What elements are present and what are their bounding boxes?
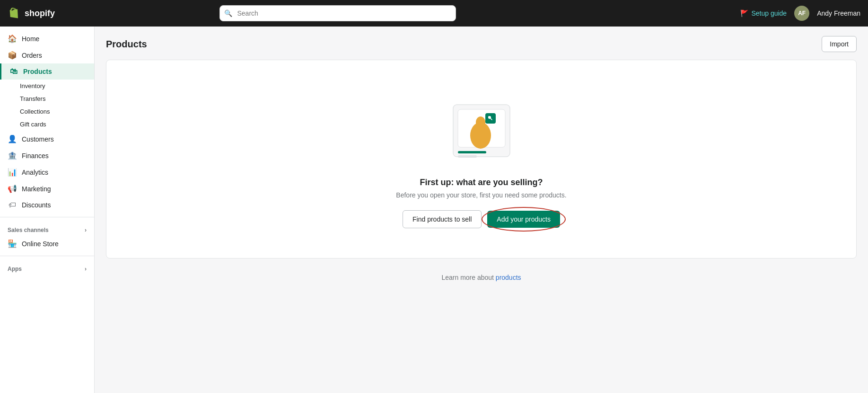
user-name: Andy Freeman [817, 9, 860, 17]
svg-rect-8 [458, 151, 486, 153]
products-icon: 🛍 [9, 67, 18, 76]
shopify-logo[interactable]: shopify [8, 7, 74, 20]
sidebar-item-home[interactable]: 🏠 Home [0, 30, 94, 47]
customers-icon: 👤 [8, 134, 17, 143]
home-icon: 🏠 [8, 34, 17, 43]
sidebar-item-customers[interactable]: 👤 Customers [0, 131, 94, 147]
find-products-button[interactable]: Find products to sell [403, 210, 482, 228]
analytics-icon: 📊 [8, 168, 17, 177]
empty-state-card: First up: what are you selling? Before y… [106, 60, 857, 259]
marketing-icon: 📢 [8, 184, 17, 193]
search-icon: 🔍 [224, 9, 232, 17]
empty-state-subtitle: Before you open your store, first you ne… [396, 191, 566, 199]
discounts-icon: 🏷 [8, 201, 17, 209]
avatar[interactable]: AF [794, 6, 809, 21]
sidebar-item-finances[interactable]: 🏦 Finances [0, 147, 94, 164]
learn-more-link[interactable]: products [496, 274, 521, 281]
sidebar-item-inventory[interactable]: Inventory [0, 80, 94, 92]
sales-channels-section: Sales channels › [0, 221, 94, 235]
orders-icon: 📦 [8, 51, 17, 60]
content-area: Products Import Fir [95, 27, 868, 393]
main-layout: 🏠 Home 📦 Orders 🛍 Products Inventory Tra… [0, 27, 868, 393]
setup-guide-button[interactable]: 🚩 Setup guide [740, 9, 787, 17]
search-bar: 🔍 [219, 5, 456, 21]
sidebar-item-analytics[interactable]: 📊 Analytics [0, 164, 94, 180]
chevron-right-icon: › [85, 227, 87, 233]
action-buttons: Find products to sell Add your products [403, 210, 560, 228]
topnav-right: 🚩 Setup guide AF Andy Freeman [740, 6, 860, 21]
product-illustration [444, 90, 519, 166]
svg-rect-9 [458, 155, 477, 158]
svg-rect-4 [476, 122, 485, 135]
online-store-icon: 🏪 [8, 239, 17, 248]
search-input[interactable] [219, 5, 456, 21]
sidebar-item-transfers[interactable]: Transfers [0, 92, 94, 105]
empty-state-title: First up: what are you selling? [420, 178, 543, 188]
sidebar-item-products[interactable]: 🛍 Products [0, 63, 94, 80]
learn-more-section: Learn more about products [106, 274, 857, 281]
import-button[interactable]: Import [822, 36, 857, 52]
page-header: Products Import [106, 36, 857, 52]
finances-icon: 🏦 [8, 151, 17, 160]
logo-text: shopify [25, 9, 55, 18]
sidebar-item-collections[interactable]: Collections [0, 105, 94, 118]
add-products-button[interactable]: Add your products [487, 211, 560, 228]
top-navigation: shopify 🔍 🚩 Setup guide AF Andy Freeman [0, 0, 868, 27]
sidebar-item-online-store[interactable]: 🏪 Online Store [0, 235, 94, 252]
sidebar-item-marketing[interactable]: 📢 Marketing [0, 180, 94, 197]
sidebar-item-gift-cards[interactable]: Gift cards [0, 118, 94, 131]
page-title: Products [106, 39, 147, 50]
apps-chevron-icon: › [85, 266, 87, 272]
sidebar-item-orders[interactable]: 📦 Orders [0, 47, 94, 63]
sidebar-divider-1 [0, 217, 94, 217]
sidebar: 🏠 Home 📦 Orders 🛍 Products Inventory Tra… [0, 27, 95, 393]
sidebar-item-discounts[interactable]: 🏷 Discounts [0, 197, 94, 213]
shopify-logo-icon [8, 7, 21, 20]
add-products-wrapper: Add your products [487, 211, 560, 228]
flag-icon: 🚩 [740, 9, 748, 17]
sidebar-divider-2 [0, 256, 94, 256]
apps-section: Apps › [0, 260, 94, 274]
